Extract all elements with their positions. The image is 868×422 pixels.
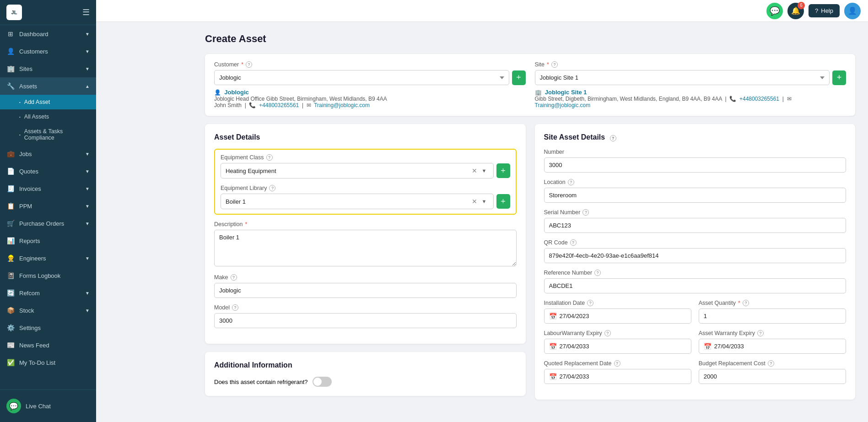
hamburger-icon[interactable]: ☰ <box>82 7 90 17</box>
sidebar-item-assets[interactable]: 🔧 Assets ▲ <box>0 77 96 95</box>
number-input[interactable] <box>544 157 846 173</box>
sidebar-item-dashboard[interactable]: ⊞ Dashboard ▼ <box>0 25 96 43</box>
site-name-link[interactable]: Joblogic Site 1 <box>545 89 587 96</box>
equipment-class-dropdown-button[interactable]: ▼ <box>480 168 489 173</box>
equipment-library-add-button[interactable]: + <box>496 194 510 209</box>
equipment-library-clear-button[interactable]: ✕ <box>470 198 479 205</box>
asset-warranty-input[interactable] <box>714 339 841 353</box>
location-info-icon[interactable]: ? <box>568 179 574 185</box>
location-input[interactable] <box>544 188 846 203</box>
live-chat-button[interactable]: 💬 Live Chat <box>0 394 96 418</box>
make-info-icon[interactable]: ? <box>231 274 237 281</box>
serial-number-input[interactable] <box>544 218 846 233</box>
site-info-icon[interactable]: ? <box>551 61 558 68</box>
reference-number-info-icon[interactable]: ? <box>594 270 601 276</box>
location-label: Location ? <box>544 179 846 185</box>
sidebar-item-my-todo[interactable]: ✅ My To-Do List <box>0 354 96 371</box>
customer-phone-link[interactable]: +448003265561 <box>259 102 299 108</box>
labour-warranty-info-icon[interactable]: ? <box>604 330 611 336</box>
labour-warranty-input[interactable] <box>560 339 686 353</box>
sidebar-item-sites[interactable]: 🏢 Sites ▼ <box>0 60 96 77</box>
serial-number-field: Serial Number ? <box>544 209 846 233</box>
warranty-row: LabourWarranty Expiry ? 📅 Asset Warranty… <box>544 330 846 360</box>
settings-icon: ⚙️ <box>6 324 15 331</box>
notifications-icon[interactable]: 🔔 6 <box>787 3 804 19</box>
customer-info-icon[interactable]: ? <box>246 61 252 68</box>
site-email-link[interactable]: Training@joblogic.com <box>535 102 591 108</box>
chat-icon[interactable]: 💬 <box>766 3 783 19</box>
budget-replacement-info-icon[interactable]: ? <box>768 360 774 367</box>
qr-code-input[interactable] <box>544 248 846 263</box>
equipment-class-label: Equipment Class ? <box>221 154 510 161</box>
equipment-library-dropdown-button[interactable]: ▼ <box>480 199 489 204</box>
model-input[interactable] <box>214 313 517 328</box>
installation-quantity-row: Installation Date ? 📅 Asset Quantity * ? <box>544 300 846 330</box>
equipment-library-select[interactable]: Boiler 1 ✕ ▼ <box>221 194 494 209</box>
asset-quantity-info-icon[interactable]: ? <box>743 300 749 306</box>
description-input[interactable]: Boiler 1 <box>214 230 517 266</box>
customer-email-link[interactable]: Training@joblogic.com <box>314 102 370 108</box>
equipment-library-field: Equipment Library ? Boiler 1 ✕ ▼ <box>221 185 510 209</box>
calendar-icon: 📅 <box>549 343 557 350</box>
budget-replacement-input[interactable] <box>699 369 846 384</box>
site-select[interactable]: Joblogic Site 1 <box>535 70 830 85</box>
equipment-class-clear-button[interactable]: ✕ <box>470 167 479 174</box>
required-indicator: * <box>547 61 549 68</box>
ppm-icon: 📋 <box>6 202 15 210</box>
customer-add-button[interactable]: + <box>512 70 526 85</box>
equipment-class-info-icon[interactable]: ? <box>266 154 273 161</box>
sidebar-item-reports[interactable]: 📊 Reports <box>0 232 96 249</box>
chevron-icon: ▼ <box>85 256 90 261</box>
equipment-class-add-button[interactable]: + <box>496 163 510 178</box>
equipment-class-select[interactable]: Heating Equipment ✕ ▼ <box>221 163 494 179</box>
sidebar-item-stock[interactable]: 📦 Stock ▼ <box>0 302 96 319</box>
site-asset-info-icon[interactable]: ? <box>610 135 616 141</box>
asset-warranty-label: Asset Warranty Expiry ? <box>699 330 846 336</box>
calendar-icon: 📅 <box>549 373 557 380</box>
sidebar-item-news-feed[interactable]: 📰 News Feed <box>0 336 96 354</box>
customer-input-row: Joblogic + <box>214 70 526 85</box>
asset-quantity-field: Asset Quantity * ? <box>699 300 846 324</box>
site-info-text: 🏢 Joblogic Site 1 Gibb Street, Digbeth, … <box>535 89 846 108</box>
sidebar-item-settings[interactable]: ⚙️ Settings <box>0 319 96 336</box>
sidebar-item-all-assets[interactable]: All Assets <box>0 109 96 124</box>
asset-warranty-info-icon[interactable]: ? <box>757 330 764 336</box>
model-info-icon[interactable]: ? <box>232 304 238 311</box>
quoted-replacement-label: Quoted Replacement Date ? <box>544 360 691 367</box>
make-input[interactable] <box>214 283 517 298</box>
installation-date-input[interactable] <box>560 309 686 323</box>
description-field: Description * Boiler 1 <box>214 221 517 268</box>
reference-number-input[interactable] <box>544 278 846 293</box>
customer-field-group: Customer * ? Joblogic + 👤 Joblogic Joblo… <box>214 61 526 108</box>
site-phone-link[interactable]: +448003265561 <box>739 96 779 102</box>
labour-warranty-label: LabourWarranty Expiry ? <box>544 330 691 336</box>
sidebar-item-forms-logbook[interactable]: 📓 Forms Logbook <box>0 267 96 284</box>
qr-code-info-icon[interactable]: ? <box>570 239 577 246</box>
sidebar-item-purchase-orders[interactable]: 🛒 Purchase Orders ▼ <box>0 215 96 232</box>
equipment-library-info-icon[interactable]: ? <box>269 185 275 191</box>
sidebar-item-invoices[interactable]: 🧾 Invoices ▼ <box>0 180 96 197</box>
installation-date-field: Installation Date ? 📅 <box>544 300 691 324</box>
refrigerant-toggle[interactable] <box>313 377 332 387</box>
sidebar-item-customers[interactable]: 👤 Customers ▼ <box>0 43 96 60</box>
installation-date-info-icon[interactable]: ? <box>587 300 593 306</box>
sidebar-item-add-asset[interactable]: Add Asset <box>0 95 96 109</box>
sidebar-item-quotes[interactable]: 📄 Quotes ▼ <box>0 162 96 180</box>
sidebar-item-refcom[interactable]: 🔄 Refcom ▼ <box>0 284 96 302</box>
equipment-library-label: Equipment Library ? <box>221 185 510 191</box>
quoted-replacement-input[interactable] <box>560 369 686 384</box>
quoted-replacement-info-icon[interactable]: ? <box>614 360 620 367</box>
customer-select[interactable]: Joblogic <box>214 70 509 85</box>
asset-quantity-input[interactable] <box>699 308 846 324</box>
required-indicator: * <box>738 300 740 306</box>
sidebar-item-engineers[interactable]: 👷 Engineers ▼ <box>0 249 96 267</box>
sidebar-item-assets-tasks[interactable]: Assets & Tasks Compliance <box>0 124 96 145</box>
reference-number-field: Reference Number ? <box>544 270 846 293</box>
customer-name-link[interactable]: Joblogic <box>224 89 248 96</box>
sidebar-item-jobs[interactable]: 💼 Jobs ▼ <box>0 145 96 162</box>
sidebar-item-ppm[interactable]: 📋 PPM ▼ <box>0 197 96 215</box>
serial-number-info-icon[interactable]: ? <box>582 209 589 216</box>
avatar[interactable]: 👤 <box>844 3 861 19</box>
site-add-button[interactable]: + <box>832 70 846 85</box>
help-button[interactable]: ? Help <box>809 4 840 17</box>
